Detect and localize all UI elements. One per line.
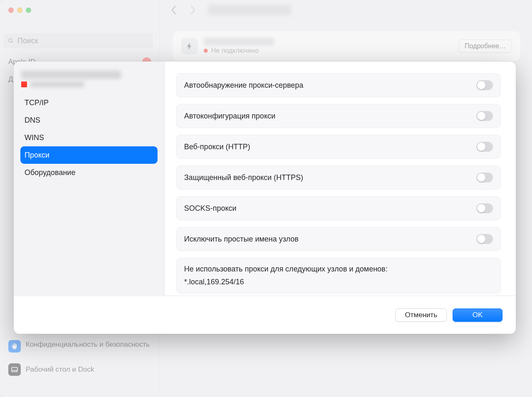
tab-hardware[interactable]: Оборудование bbox=[20, 164, 158, 181]
bypass-hosts-box[interactable]: Не использовать прокси для следующих узл… bbox=[176, 258, 501, 293]
toggle-http-proxy[interactable] bbox=[476, 142, 493, 152]
ok-button[interactable]: OK bbox=[453, 308, 502, 322]
proxy-settings-sheet: TCP/IP DNS WINS Прокси Оборудование Авто… bbox=[14, 62, 516, 334]
toggle-label: Автообнаружение прокси-сервера bbox=[184, 81, 303, 90]
toggle-auto-discovery[interactable] bbox=[476, 80, 493, 90]
row-socks-proxy: SOCKS-прокси bbox=[176, 196, 501, 220]
status-indicator-icon bbox=[21, 81, 27, 87]
row-exclude-simple: Исключить простые имена узлов bbox=[176, 227, 501, 251]
tab-proxies[interactable]: Прокси bbox=[20, 146, 158, 164]
row-http-proxy: Веб-прокси (HTTP) bbox=[176, 135, 501, 159]
toggle-label: Защищенный веб-прокси (HTTPS) bbox=[184, 173, 303, 182]
toggle-auto-config[interactable] bbox=[476, 111, 493, 121]
interface-status-line bbox=[21, 81, 157, 87]
toggle-label: Исключить простые имена узлов bbox=[184, 235, 298, 244]
row-auto-config: Автоконфигурация прокси bbox=[176, 104, 501, 128]
bypass-title: Не использовать прокси для следующих узл… bbox=[184, 265, 493, 274]
row-https-proxy: Защищенный веб-прокси (HTTPS) bbox=[176, 165, 501, 190]
interface-name-redacted bbox=[21, 71, 121, 79]
bypass-value: *.local,169.254/16 bbox=[184, 278, 493, 286]
toggle-label: Веб-прокси (HTTP) bbox=[184, 143, 250, 151]
tab-tcpip[interactable]: TCP/IP bbox=[20, 94, 158, 111]
sheet-sidebar: TCP/IP DNS WINS Прокси Оборудование bbox=[14, 62, 165, 295]
toggle-label: SOCKS-прокси bbox=[184, 204, 236, 213]
toggle-https-proxy[interactable] bbox=[476, 173, 493, 182]
row-auto-discovery: Автообнаружение прокси-сервера bbox=[176, 73, 501, 97]
toggle-socks-proxy[interactable] bbox=[476, 203, 493, 213]
toggle-exclude-simple[interactable] bbox=[476, 234, 493, 244]
interface-status-redacted bbox=[30, 81, 84, 87]
tab-dns[interactable]: DNS bbox=[20, 111, 158, 129]
tab-wins[interactable]: WINS bbox=[20, 129, 158, 146]
toggle-label: Автоконфигурация прокси bbox=[184, 112, 276, 121]
proxy-options-pane: Автообнаружение прокси-сервера Автоконфи… bbox=[165, 62, 516, 295]
sheet-footer: Отменить OK bbox=[14, 296, 516, 334]
cancel-button[interactable]: Отменить bbox=[395, 308, 447, 322]
